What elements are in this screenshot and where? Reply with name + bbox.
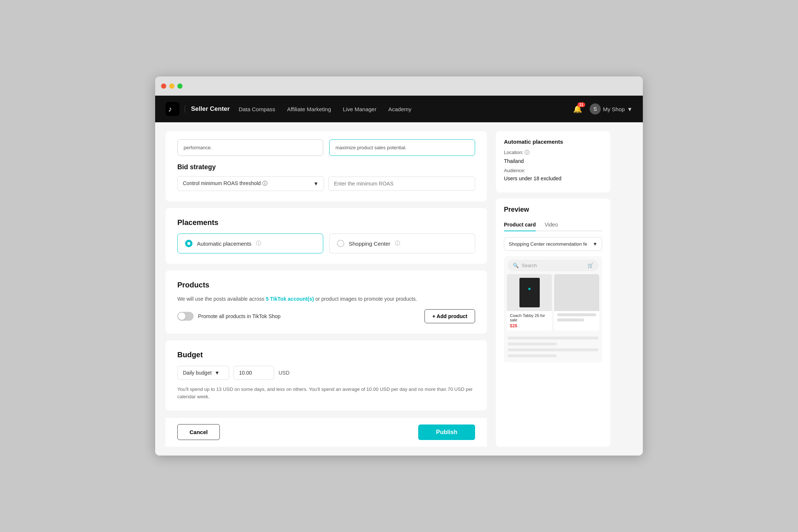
nav-links: Data Compass Affiliate Marketing Live Ma… bbox=[239, 106, 573, 112]
auto-placements-info-card: Automatic placements Location: ⓘ Thailan… bbox=[496, 131, 610, 192]
preview-mock-phone: 🔍 Search 🛒 bbox=[504, 256, 602, 362]
radio-shopping bbox=[337, 240, 344, 247]
notifications-icon[interactable]: 🔔 11 bbox=[573, 105, 582, 113]
budget-row: Daily budget ▼ USD bbox=[177, 366, 475, 380]
skeleton-row-4 bbox=[508, 354, 557, 357]
nav-link-academy[interactable]: Academy bbox=[388, 106, 412, 112]
browser-chrome bbox=[155, 76, 643, 96]
chevron-down-icon: ▼ bbox=[215, 370, 220, 376]
budget-type-label: Daily budget bbox=[183, 370, 212, 376]
products-title: Products bbox=[177, 281, 475, 289]
minimize-icon[interactable] bbox=[169, 83, 174, 89]
products-subtitle-before: We will use the posts available across bbox=[177, 296, 266, 302]
bid-strategy-card: performance. maximize product sales pote… bbox=[166, 131, 487, 201]
publish-button[interactable]: Publish bbox=[418, 424, 475, 440]
bid-roas-input[interactable] bbox=[328, 177, 475, 191]
search-bar-mock: 🔍 Search 🛒 bbox=[508, 260, 598, 271]
location-label: Location: ⓘ bbox=[504, 149, 602, 156]
browser-window: ♪ Seller Center Data Compass Affiliate M… bbox=[155, 76, 643, 456]
bid-row: Control minimum ROAS threshold ⓘ ▼ bbox=[177, 176, 475, 191]
products-subtitle: We will use the posts available across 5… bbox=[177, 296, 475, 302]
placement-shopping-label: Shopping Center bbox=[349, 241, 391, 247]
audience-label: Audience: bbox=[504, 168, 602, 173]
add-product-button[interactable]: + Add product bbox=[424, 309, 475, 323]
cancel-button[interactable]: Cancel bbox=[177, 424, 220, 440]
budget-card: Budget Daily budget ▼ USD You'll spend u… bbox=[166, 340, 487, 410]
main-content: performance. maximize product sales pote… bbox=[155, 122, 643, 456]
navbar-right: 🔔 11 S My Shop ▼ bbox=[573, 103, 632, 115]
product-grid: Coach Tabby 26 for sale $28 bbox=[504, 274, 602, 334]
placement-options: Automatic placements ⓘ Shopping Center ⓘ bbox=[177, 233, 475, 253]
seller-center-label: Seller Center bbox=[185, 105, 230, 113]
skeleton-row-1 bbox=[508, 337, 598, 340]
preview-dropdown-label: Shopping Center recommendation fe bbox=[509, 241, 587, 247]
partial-options-row: performance. maximize product sales pote… bbox=[177, 139, 475, 156]
chevron-down-icon: ▼ bbox=[313, 181, 318, 187]
partial-option-1: performance. bbox=[177, 139, 323, 156]
budget-currency: USD bbox=[279, 370, 290, 376]
promote-all-toggle[interactable] bbox=[177, 312, 194, 321]
toggle-row: Promote all products in TikTok Shop bbox=[177, 312, 280, 321]
tiktok-icon: ♪ bbox=[166, 102, 180, 116]
toggle-label: Promote all products in TikTok Shop bbox=[198, 313, 280, 319]
skeleton-row-3 bbox=[508, 348, 598, 351]
nav-link-live-manager[interactable]: Live Manager bbox=[343, 106, 376, 112]
svg-text:♪: ♪ bbox=[168, 105, 172, 113]
help-icon-shopping: ⓘ bbox=[395, 240, 400, 247]
preview-placement-dropdown[interactable]: Shopping Center recommendation fe ▼ bbox=[504, 237, 602, 251]
bid-strategy-select[interactable]: Control minimum ROAS threshold ⓘ ▼ bbox=[177, 176, 324, 191]
skeleton-line-2 bbox=[557, 318, 584, 321]
placement-auto-label: Automatic placements bbox=[197, 241, 252, 247]
left-panel: performance. maximize product sales pote… bbox=[166, 131, 487, 447]
my-shop-button[interactable]: S My Shop ▼ bbox=[590, 103, 632, 115]
preview-tabs: Product card Video bbox=[504, 219, 602, 231]
product-price-1: $28 bbox=[510, 323, 549, 328]
close-icon[interactable] bbox=[161, 83, 166, 89]
budget-note: You'll spend up to 13 USD on some days, … bbox=[177, 386, 475, 400]
maximize-icon[interactable] bbox=[177, 83, 183, 89]
placement-option-auto[interactable]: Automatic placements ⓘ bbox=[177, 233, 323, 253]
skeleton-row-2 bbox=[508, 342, 557, 345]
brand-logo: ♪ Seller Center bbox=[166, 102, 230, 116]
auto-placements-title: Automatic placements bbox=[504, 139, 602, 145]
help-icon-auto: ⓘ bbox=[256, 240, 261, 247]
search-icon: 🔍 bbox=[513, 263, 519, 268]
tab-video[interactable]: Video bbox=[545, 219, 558, 231]
product-info-1: Coach Tabby 26 for sale $28 bbox=[507, 311, 552, 331]
chevron-down-icon: ▼ bbox=[593, 241, 597, 247]
products-subtitle-after: or product images to promote your produc… bbox=[314, 296, 417, 302]
bid-strategy-label: Bid strategy bbox=[177, 163, 475, 171]
bottom-bar: Cancel Publish bbox=[166, 417, 487, 447]
tab-product-card[interactable]: Product card bbox=[504, 219, 536, 231]
product-card-2 bbox=[554, 274, 599, 331]
search-placeholder: Search bbox=[522, 263, 537, 268]
bid-strategy-select-label: Control minimum ROAS threshold ⓘ bbox=[183, 180, 267, 187]
navbar: ♪ Seller Center Data Compass Affiliate M… bbox=[155, 96, 643, 122]
partial-option-2: maximize product sales potential. bbox=[329, 139, 475, 156]
audience-value: Users under 18 excluded bbox=[504, 175, 602, 181]
chevron-down-icon: ▼ bbox=[627, 106, 632, 112]
product-image-2 bbox=[554, 274, 599, 311]
skeleton-line-1 bbox=[557, 313, 596, 316]
placement-option-shopping[interactable]: Shopping Center ⓘ bbox=[329, 233, 475, 253]
toggle-thumb bbox=[178, 313, 185, 320]
cart-icon: 🛒 bbox=[587, 263, 593, 268]
preview-title: Preview bbox=[504, 206, 602, 214]
nav-link-data-compass[interactable]: Data Compass bbox=[239, 106, 275, 112]
budget-amount-input[interactable] bbox=[233, 366, 274, 380]
budget-type-select[interactable]: Daily budget ▼ bbox=[177, 366, 229, 380]
nav-link-affiliate-marketing[interactable]: Affiliate Marketing bbox=[287, 106, 331, 112]
product-name-1: Coach Tabby 26 for sale bbox=[510, 313, 549, 322]
preview-card: Preview Product card Video Shopping Cent… bbox=[496, 198, 610, 447]
tiktok-accounts-link[interactable]: 5 TikTok account(s) bbox=[266, 296, 314, 302]
product-card-1: Coach Tabby 26 for sale $28 bbox=[507, 274, 552, 331]
right-panel: Automatic placements Location: ⓘ Thailan… bbox=[496, 131, 610, 447]
products-card: Products We will use the posts available… bbox=[166, 270, 487, 334]
budget-title: Budget bbox=[177, 351, 475, 359]
radio-auto bbox=[185, 240, 192, 247]
product-figure bbox=[519, 278, 540, 307]
shop-avatar: S bbox=[590, 103, 601, 115]
svg-rect-0 bbox=[166, 102, 180, 116]
placements-title: Placements bbox=[177, 218, 475, 227]
notification-badge: 11 bbox=[577, 102, 585, 107]
